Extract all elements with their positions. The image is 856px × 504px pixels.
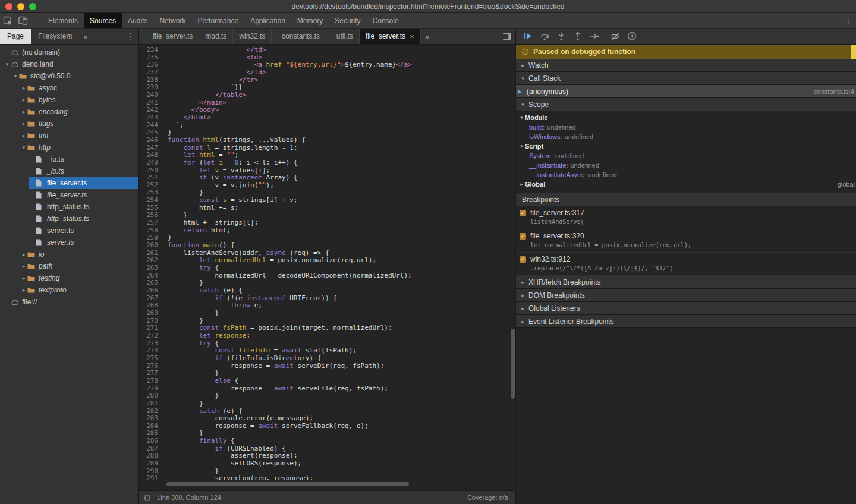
editor-tab-file-server-ts[interactable]: file_server.ts [147, 29, 199, 44]
scope-variable-system[interactable]: System:undefined [516, 151, 856, 160]
scope-variable-iswindows[interactable]: isWindows:undefined [516, 132, 856, 141]
deactivate-breakpoints-button[interactable] [607, 30, 624, 43]
code-line[interactable]: 243 </html> [139, 114, 515, 122]
line-number[interactable]: 278 [139, 377, 158, 385]
section-scope[interactable]: ▾ Scope [516, 98, 856, 111]
tree-item-io-ts[interactable]: _io.ts [0, 165, 138, 177]
line-number[interactable]: 245 [139, 129, 158, 137]
line-number[interactable]: 266 [139, 287, 158, 295]
line-number[interactable]: 274 [139, 347, 158, 355]
editor-tab-mod-ts[interactable]: mod.ts [199, 29, 233, 44]
tree-folder-path[interactable]: ▸path [0, 260, 138, 272]
step-button[interactable] [586, 30, 603, 43]
line-number[interactable]: 275 [139, 355, 158, 363]
editor-tab-constants-ts[interactable]: _constants.ts [272, 29, 326, 44]
tab-performance[interactable]: Performance [191, 13, 244, 28]
tab-filesystem[interactable]: Filesystem [31, 29, 79, 44]
line-number[interactable]: 272 [139, 332, 158, 340]
breakpoint-entry[interactable]: ✓file_server.ts:317listenAndServe( [516, 206, 856, 229]
tree-item-server-ts[interactable]: server.ts [0, 237, 138, 248]
chevron-right-icon[interactable]: ▸ [20, 133, 27, 138]
chevron-down-icon[interactable]: ▾ [12, 73, 19, 79]
tree-folder-http[interactable]: ▾http [0, 141, 138, 153]
tab-security[interactable]: Security [329, 13, 366, 28]
tree-folder-std-v0-50-0[interactable]: ▾std@v0.50.0 [0, 70, 138, 82]
tab-sources[interactable]: Sources [84, 13, 122, 28]
code-line[interactable]: 258 return html; [139, 227, 515, 235]
tree-folder-testing[interactable]: ▸testing [0, 272, 138, 284]
line-number[interactable]: 242 [139, 106, 158, 114]
chevron-down-icon[interactable]: ▾ [20, 144, 27, 150]
call-stack-frame[interactable]: ▶(anonymous)_constants.ts:4 [516, 85, 856, 98]
tab-memory[interactable]: Memory [291, 13, 329, 28]
line-number[interactable]: 280 [139, 392, 158, 400]
section-breakpoints[interactable]: Breakpoints [516, 193, 856, 206]
tab-elements[interactable]: Elements [42, 13, 84, 28]
zoom-window-button[interactable] [29, 3, 36, 10]
resume-button[interactable] [520, 30, 536, 43]
line-number[interactable]: 269 [139, 310, 158, 317]
step-into-button[interactable] [553, 30, 569, 43]
line-number[interactable]: 249 [139, 159, 158, 167]
line-number[interactable]: 257 [139, 219, 158, 227]
editor-tab-file-server-ts[interactable]: file_server.ts× [360, 29, 421, 44]
close-tab-icon[interactable]: × [410, 32, 414, 41]
chevron-down-icon[interactable]: ▾ [4, 61, 11, 67]
chevron-right-icon[interactable]: ▸ [20, 109, 27, 115]
tab-network[interactable]: Network [153, 13, 191, 28]
chevron-right-icon[interactable]: ▸ [20, 121, 27, 127]
tab-console[interactable]: Console [367, 13, 405, 28]
tree-item-io-ts[interactable]: _io.ts [0, 153, 138, 165]
scope-section-global[interactable]: ▸Globalglobal [516, 179, 856, 189]
chevron-right-icon[interactable]: ▸ [20, 275, 27, 281]
scope-variable-instantiateasync[interactable]: __instantiateAsync:undefined [516, 170, 856, 179]
vertical-scrollbar[interactable] [511, 329, 515, 399]
tab-audits[interactable]: Audits [122, 13, 153, 28]
tree-folder-io[interactable]: ▸io [0, 248, 138, 260]
tree-item-file[interactable]: file:// [0, 296, 138, 308]
chevron-right-icon[interactable]: ▸ [20, 85, 27, 91]
code-editor[interactable]: 234 </td>235 <td>236 <a href="${entry.ur… [139, 45, 515, 490]
code-line[interactable]: 255 html += s; [139, 204, 515, 212]
tree-folder-async[interactable]: ▸async [0, 82, 138, 94]
tree-item-http-status-ts[interactable]: http_status.ts [0, 201, 138, 213]
toggle-device-toolbar-button[interactable] [15, 13, 31, 28]
tree-folder-flags[interactable]: ▸flags [0, 118, 138, 130]
editor-tab-util-ts[interactable]: _util.ts [326, 29, 360, 44]
step-over-button[interactable] [536, 30, 553, 43]
line-number[interactable]: 291 [139, 475, 158, 480]
tree-item-http-status-ts[interactable]: http_status.ts [0, 213, 138, 225]
chevron-right-icon[interactable]: ▸ [20, 287, 27, 293]
line-number[interactable]: 237 [139, 69, 158, 77]
line-number[interactable]: 234 [139, 46, 158, 54]
breakpoint-entry[interactable]: ✓file_server.ts:320let normalizedUrl = p… [516, 229, 856, 253]
line-number[interactable]: 289 [139, 460, 158, 468]
section-dom-breakpoints[interactable]: ▸ DOM Breakpoints [516, 289, 856, 302]
minimize-window-button[interactable] [17, 3, 24, 10]
tree-item-server-ts[interactable]: server.ts [0, 225, 138, 237]
tree-item-no-domain[interactable]: (no domain) [0, 46, 138, 58]
tree-item-file-server-ts[interactable]: file_server.ts [0, 177, 138, 189]
pretty-print-button[interactable]: {} [143, 494, 151, 502]
more-editor-tabs-icon[interactable]: » [421, 29, 433, 44]
code-line[interactable]: 291 serverLog(req, response); [139, 475, 515, 480]
pause-on-exceptions-button[interactable] [624, 30, 640, 43]
section-xhr-breakpoints[interactable]: ▸ XHR/fetch Breakpoints [516, 276, 856, 289]
section-call-stack[interactable]: ▾ Call Stack [516, 72, 856, 85]
code-line[interactable]: 244 `; [139, 122, 515, 130]
section-watch[interactable]: ▸ Watch [516, 59, 856, 72]
breakpoint-checkbox[interactable]: ✓ [520, 256, 526, 263]
line-number[interactable]: 277 [139, 370, 158, 377]
close-window-button[interactable] [5, 3, 12, 10]
breakpoint-checkbox[interactable]: ✓ [520, 210, 526, 216]
more-tabs-icon[interactable]: » [79, 29, 92, 44]
scope-section-module[interactable]: ▾Module [516, 113, 856, 122]
more-options-icon[interactable]: ⋮ [841, 13, 856, 28]
horizontal-scrollbar[interactable] [166, 482, 409, 486]
tab-page[interactable]: Page [0, 29, 31, 44]
chevron-right-icon[interactable]: ▸ [20, 97, 27, 103]
chevron-right-icon[interactable]: ▸ [20, 251, 27, 257]
breakpoint-checkbox[interactable]: ✓ [520, 233, 526, 240]
scope-variable-build[interactable]: build:undefined [516, 122, 856, 132]
section-event-listener-breakpoints[interactable]: ▸ Event Listener Breakpoints [516, 315, 856, 328]
